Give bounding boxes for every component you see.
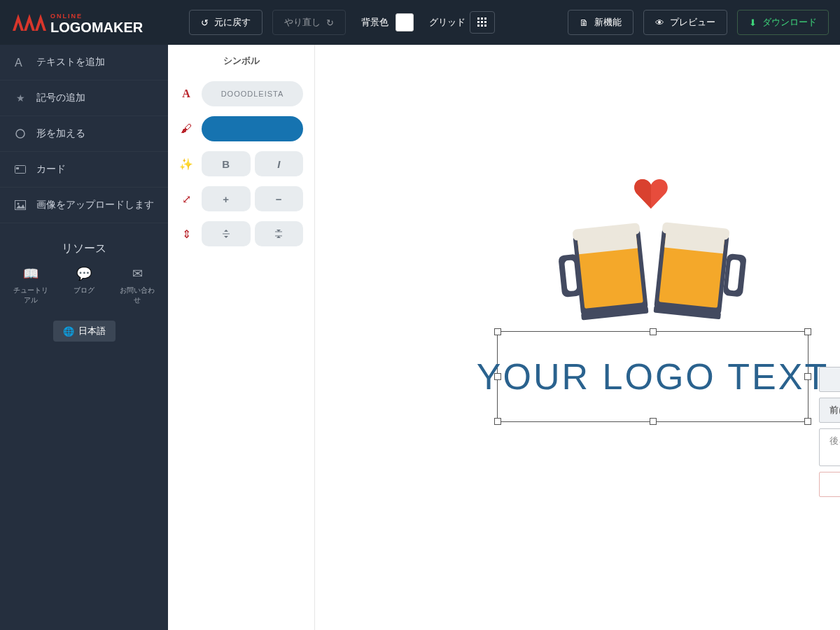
sidebar-item-label: 形を加える [36,127,85,140]
increase-button[interactable]: + [202,186,251,211]
svg-rect-9 [481,24,483,27]
language-selector[interactable]: 🌐 日本語 [53,321,115,342]
logo-artwork[interactable] [553,178,749,321]
panel-title: シンボル [179,55,303,67]
delete-button[interactable]: 消す [819,472,840,497]
duplicate-button[interactable]: 重複 [819,367,840,392]
arrows-diverge-icon [273,228,284,239]
grid-toggle-button[interactable] [470,11,495,34]
sidebar-item-upload-image[interactable]: 画像をアップロードします [0,188,168,223]
download-button[interactable]: ⬇ ダウンロード [737,10,829,35]
redo-icon: ↻ [326,18,334,28]
line-down-button[interactable] [255,221,304,246]
text-icon: A [14,56,27,69]
beer-mugs-icon [553,216,749,321]
grid-icon [477,18,487,27]
svg-rect-2 [477,18,479,20]
language-label: 日本語 [78,325,106,337]
sidebar-item-label: 画像をアップロードします [36,199,154,211]
font-icon: A [179,88,193,100]
download-label: ダウンロード [762,16,817,29]
handle-ne[interactable] [804,328,811,335]
sidebar: A テキストを追加 ★ 記号の追加 形を加える カード 画像をアップロードします… [0,45,168,630]
book-icon: 📖 [23,266,38,281]
bold-button[interactable]: B [202,151,251,176]
svg-text:LOGOMAKER: LOGOMAKER [50,20,144,35]
undo-label: 元に戻す [214,16,251,29]
svg-rect-14 [16,167,19,169]
sidebar-item-add-shape[interactable]: 形を加える [0,116,168,152]
brush-icon: 🖌 [179,122,193,135]
sidebar-item-add-symbol[interactable]: ★ 記号の追加 [0,80,168,116]
sidebar-item-add-text[interactable]: A テキストを追加 [0,45,168,80]
svg-text:ONLINE: ONLINE [50,13,83,20]
bgcolor-label: 背景色 [361,16,388,29]
bring-front-button[interactable]: 前に持っていく [819,398,840,423]
eye-icon: 👁 [655,18,664,28]
preview-label: プレビュー [670,16,715,29]
bgcolor-control[interactable]: 背景色 [361,13,414,31]
main-area: A テキストを追加 ★ 記号の追加 形を加える カード 画像をアップロードします… [0,45,840,630]
handle-se[interactable] [804,418,811,425]
resize-icon: ⤢ [179,192,193,206]
handle-n[interactable] [650,328,657,335]
italic-button[interactable]: I [255,151,304,176]
svg-rect-7 [484,21,486,23]
selection-box[interactable]: Your Logo Text [497,331,808,422]
image-icon [14,199,27,211]
whatsnew-label: 新機能 [594,16,622,29]
svg-rect-8 [477,24,479,27]
sidebar-item-label: テキストを追加 [36,56,105,69]
heart-icon [634,178,668,211]
grid-control: グリッド [429,11,495,34]
color-picker[interactable] [202,116,303,141]
download-icon: ⬇ [749,18,757,28]
grid-label: グリッド [429,16,465,29]
preview-button[interactable]: 👁 プレビュー [643,10,727,35]
app-logo[interactable]: ONLINE LOGOMAKER [11,8,158,36]
globe-icon: 🌐 [63,326,74,337]
sidebar-item-label: カード [36,163,66,176]
resource-label: ブログ [74,286,94,295]
spacing-icon: ⇕ [179,227,193,241]
resource-contact[interactable]: ✉ お問い合わせ [118,266,157,305]
context-menu: 重複 前に持っていく 後ろに持っていく 消す [819,367,840,497]
font-picker[interactable]: DOOODLEISTA [202,81,303,106]
line-up-button[interactable] [202,221,251,246]
redo-label: やり直し [284,16,321,29]
sidebar-item-label: 記号の追加 [36,92,85,104]
handle-s[interactable] [650,418,657,425]
svg-rect-5 [477,21,479,23]
properties-panel: シンボル A DOOODLEISTA 🖌 ✨ B I ⤢ + − ⇕ [168,45,315,630]
undo-icon: ↺ [201,18,209,28]
handle-sw[interactable] [494,418,501,425]
send-back-button[interactable]: 後ろに持っていく [819,428,840,466]
svg-rect-6 [481,21,483,23]
bgcolor-swatch[interactable] [396,13,414,31]
resource-label: チュートリアル [11,286,50,305]
topbar: ONLINE LOGOMAKER ↺ 元に戻す やり直し ↻ 背景色 グリッド … [0,0,840,45]
sidebar-item-card[interactable]: カード [0,152,168,188]
resources-section: リソース 📖 チュートリアル 💬 ブログ ✉ お問い合わせ 🌐 日本語 [0,241,168,342]
svg-rect-10 [484,24,486,27]
canvas[interactable]: Your Logo Text 重複 前に持っていく 後ろに持っていく 消す [315,45,840,630]
mail-icon: ✉ [132,266,143,281]
handle-nw[interactable] [494,328,501,335]
svg-rect-4 [484,18,486,20]
svg-point-12 [16,130,24,138]
chat-icon: 💬 [76,266,92,281]
circle-icon [14,127,27,140]
svg-rect-3 [481,18,483,20]
whatsnew-button[interactable]: 🗎 新機能 [568,10,634,35]
svg-text:A: A [15,57,22,68]
redo-button[interactable]: やり直し ↻ [272,10,346,35]
decrease-button[interactable]: − [255,186,304,211]
logo-text[interactable]: Your Logo Text [477,356,829,398]
arrows-converge-icon [220,228,232,239]
star-icon: ★ [14,92,27,104]
resource-label: お問い合わせ [118,286,157,305]
resource-tutorial[interactable]: 📖 チュートリアル [11,266,50,305]
document-icon: 🗎 [580,18,589,28]
resource-blog[interactable]: 💬 ブログ [64,266,104,305]
undo-button[interactable]: ↺ 元に戻す [189,10,262,35]
